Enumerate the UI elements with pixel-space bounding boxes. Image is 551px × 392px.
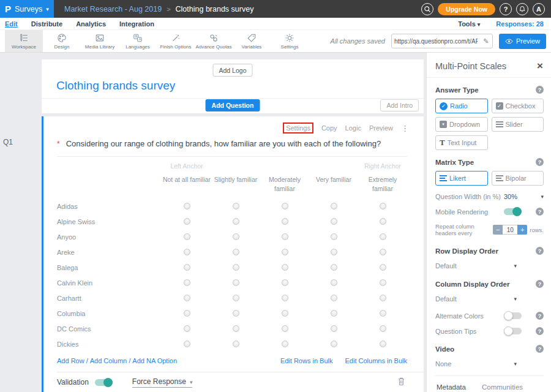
- row-label[interactable]: Balega: [57, 264, 162, 271]
- radio-button[interactable]: [233, 264, 239, 271]
- question-width-value[interactable]: 30%: [504, 193, 517, 200]
- radio-button[interactable]: [282, 249, 288, 255]
- menu-item-edit[interactable]: Edit: [5, 20, 24, 28]
- toolbar-tab-finish-options[interactable]: Finish Options: [157, 30, 195, 52]
- help-icon[interactable]: ?: [536, 247, 544, 255]
- radio-button[interactable]: [282, 233, 288, 240]
- answer-type-text-input[interactable]: TText Input: [435, 135, 488, 150]
- radio-button[interactable]: [331, 233, 337, 240]
- answer-type-checkbox[interactable]: ✓Checkbox: [492, 99, 544, 113]
- toolbar-tab-design[interactable]: Design: [43, 30, 81, 52]
- alternate-colors-toggle[interactable]: [504, 312, 522, 319]
- responses-count[interactable]: Responses: 28: [496, 20, 544, 28]
- row-label[interactable]: Adidas: [57, 203, 162, 210]
- toolbar-tab-workspace[interactable]: Workspace: [5, 30, 43, 52]
- row-label[interactable]: Alpine Swiss: [57, 218, 162, 225]
- notifications-button[interactable]: [516, 3, 528, 15]
- delete-question-button[interactable]: [397, 377, 405, 388]
- answer-type-dropdown[interactable]: ▾Dropdown: [435, 117, 488, 132]
- validation-toggle[interactable]: [95, 379, 113, 386]
- radio-button[interactable]: [331, 325, 337, 332]
- video-dropdown[interactable]: None ▾: [435, 360, 544, 368]
- radio-button[interactable]: [282, 264, 288, 271]
- survey-title[interactable]: Clothing brands survey: [56, 79, 175, 92]
- radio-button[interactable]: [282, 203, 288, 209]
- menu-item-distribute[interactable]: Distribute: [24, 20, 69, 28]
- column-header[interactable]: Not at all familiar: [163, 175, 211, 184]
- help-icon[interactable]: ?: [536, 312, 544, 320]
- more-options-kebab-icon[interactable]: ⋮: [401, 124, 409, 133]
- radio-button[interactable]: [282, 279, 288, 286]
- radio-button[interactable]: [184, 249, 190, 255]
- menu-item-integration[interactable]: Integration: [113, 20, 161, 28]
- surveys-product-menu[interactable]: P Surveys ▾: [0, 0, 54, 18]
- left-anchor-label[interactable]: Left Anchor: [162, 162, 211, 170]
- radio-button[interactable]: [184, 218, 190, 225]
- radio-button[interactable]: [331, 279, 337, 286]
- answer-type-radio[interactable]: ✓Radio: [435, 99, 488, 113]
- radio-button[interactable]: [184, 295, 190, 301]
- radio-button[interactable]: [282, 310, 288, 317]
- row-label[interactable]: Dickies: [57, 341, 162, 348]
- add-logo-button[interactable]: Add Logo: [213, 64, 253, 77]
- help-icon[interactable]: ?: [536, 345, 544, 353]
- matrix-type-bipolar[interactable]: Bipolar: [492, 171, 544, 186]
- radio-button[interactable]: [380, 264, 386, 271]
- radio-button[interactable]: [380, 218, 386, 225]
- toolbar-tab-advance-quotas[interactable]: Advance Quotas: [195, 30, 233, 52]
- add-na-option-link[interactable]: Add NA Option: [132, 357, 177, 364]
- upgrade-now-button[interactable]: Upgrade Now: [438, 3, 495, 15]
- radio-button[interactable]: [380, 341, 386, 347]
- row-label[interactable]: Columbia: [57, 310, 162, 317]
- survey-url-input[interactable]: [392, 38, 480, 45]
- radio-button[interactable]: [282, 295, 288, 301]
- radio-button[interactable]: [380, 295, 386, 301]
- radio-button[interactable]: [331, 218, 337, 225]
- tab-communities[interactable]: Communities: [481, 381, 524, 392]
- radio-button[interactable]: [331, 264, 337, 271]
- row-display-order-dropdown[interactable]: Default ▾: [435, 262, 544, 270]
- radio-button[interactable]: [331, 203, 337, 209]
- radio-button[interactable]: [233, 310, 239, 317]
- account-avatar[interactable]: A: [533, 3, 545, 15]
- column-header[interactable]: Very familiar: [316, 175, 351, 184]
- radio-button[interactable]: [233, 295, 239, 301]
- radio-button[interactable]: [184, 310, 190, 317]
- decrement-button[interactable]: −: [493, 225, 503, 235]
- toolbar-tab-media-library[interactable]: Media Library: [81, 30, 119, 52]
- radio-button[interactable]: [331, 310, 337, 317]
- question-text[interactable]: Considering our range of clothing brands…: [66, 139, 381, 148]
- toolbar-tab-languages[interactable]: A Languages: [119, 30, 157, 52]
- validation-type-dropdown[interactable]: Force Response▾: [132, 377, 193, 388]
- question-settings-link[interactable]: Settings: [283, 123, 313, 134]
- radio-button[interactable]: [331, 341, 337, 347]
- column-header[interactable]: Extremely familiar: [358, 175, 407, 193]
- help-button[interactable]: ?: [500, 3, 512, 15]
- survey-url-field[interactable]: ✎: [391, 34, 493, 48]
- add-intro-button[interactable]: Add Intro: [380, 99, 419, 111]
- radio-button[interactable]: [184, 264, 190, 271]
- menu-item-analytics[interactable]: Analytics: [69, 20, 113, 28]
- question-preview-link[interactable]: Preview: [369, 124, 393, 132]
- row-label[interactable]: DC Comics: [57, 325, 162, 333]
- repeat-headers-value[interactable]: 10: [503, 225, 517, 235]
- radio-button[interactable]: [233, 233, 239, 240]
- matrix-type-likert[interactable]: Likert: [435, 171, 488, 186]
- edit-columns-in-bulk-link[interactable]: Edit Columns in Bulk: [345, 357, 408, 364]
- help-icon[interactable]: ?: [536, 327, 544, 335]
- edit-rows-in-bulk-link[interactable]: Edit Rows in Bulk: [280, 357, 333, 364]
- radio-button[interactable]: [282, 341, 288, 347]
- radio-button[interactable]: [233, 279, 239, 286]
- column-header[interactable]: Moderately familiar: [260, 175, 309, 193]
- radio-button[interactable]: [233, 325, 239, 332]
- radio-button[interactable]: [331, 249, 337, 255]
- question-copy-link[interactable]: Copy: [321, 124, 337, 132]
- radio-button[interactable]: [233, 218, 239, 225]
- help-icon[interactable]: ?: [536, 280, 544, 288]
- preview-button[interactable]: Preview: [499, 34, 546, 49]
- radio-button[interactable]: [380, 233, 386, 240]
- radio-button[interactable]: [233, 203, 239, 209]
- question-tips-toggle[interactable]: [504, 328, 522, 334]
- radio-button[interactable]: [380, 325, 386, 332]
- edit-url-pencil-icon[interactable]: ✎: [480, 37, 492, 45]
